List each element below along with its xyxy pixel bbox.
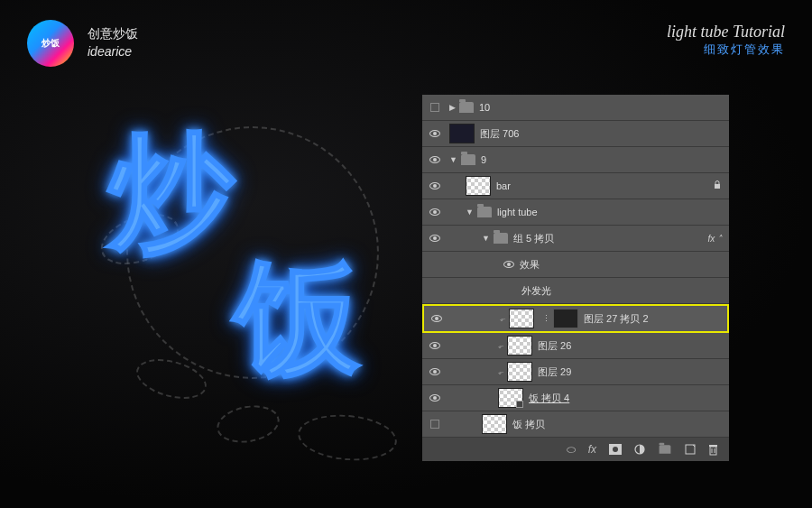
mask-icon[interactable] bbox=[609, 444, 622, 455]
layer-row-29[interactable]: ⬐ 图层 29 bbox=[422, 359, 729, 385]
effects-label[interactable]: 效果 bbox=[520, 258, 540, 272]
layer-row-27-copy2-selected[interactable]: ⬐ ⋮ 图层 27 拷贝 2 bbox=[422, 304, 729, 333]
link-layers-icon[interactable]: ⬭ bbox=[567, 443, 576, 456]
fx-indicator[interactable]: fx ˄ bbox=[707, 234, 722, 244]
clip-indicator: ⬐ bbox=[498, 368, 504, 376]
layer-thumbnail[interactable] bbox=[482, 414, 507, 434]
visibility-toggle[interactable] bbox=[426, 342, 444, 349]
eye-icon bbox=[429, 235, 440, 242]
group-icon[interactable] bbox=[658, 444, 672, 455]
folder-icon bbox=[459, 102, 474, 113]
selection-marquee bbox=[296, 411, 399, 464]
brand-cn: 创意炒饭 bbox=[88, 25, 138, 43]
folder-icon bbox=[461, 154, 475, 165]
layers-panel-footer: ⬭ fx bbox=[422, 438, 729, 461]
brand-logo: 炒饭 bbox=[27, 20, 74, 67]
layer-name[interactable]: 饭 拷贝 bbox=[512, 418, 545, 431]
svg-rect-4 bbox=[686, 445, 695, 454]
eye-icon bbox=[429, 130, 440, 137]
layer-row-outer-glow[interactable]: 外发光 bbox=[422, 278, 729, 304]
chevron-right-icon[interactable]: ▶ bbox=[449, 103, 456, 112]
layer-row-folder-lighttube[interactable]: ▼ light tube bbox=[422, 199, 729, 226]
lock-icon[interactable] bbox=[713, 180, 722, 191]
layer-thumbnail[interactable] bbox=[507, 336, 532, 356]
visibility-toggle[interactable] bbox=[428, 315, 446, 322]
layer-thumbnail[interactable] bbox=[498, 388, 523, 408]
neon-char-2: 饭 bbox=[235, 235, 361, 406]
svg-rect-0 bbox=[715, 184, 720, 189]
new-layer-icon[interactable] bbox=[685, 444, 696, 455]
layer-row-26[interactable]: ⬐ 图层 26 bbox=[422, 333, 729, 359]
layer-row-fan-copy4[interactable]: 饭 拷贝 4 bbox=[422, 385, 729, 411]
brand-text: 创意炒饭 idearice bbox=[88, 25, 138, 60]
layer-name[interactable]: 图层 706 bbox=[480, 127, 519, 141]
layer-thumbnail[interactable] bbox=[507, 362, 532, 382]
layer-row-folder-10[interactable]: ▶ 10 bbox=[422, 95, 729, 121]
smart-object-icon bbox=[516, 401, 523, 408]
layer-thumbnail[interactable] bbox=[509, 309, 534, 328]
layer-row-fan-copy[interactable]: 饭 拷贝 bbox=[422, 411, 729, 438]
eye-icon bbox=[429, 182, 440, 189]
svg-point-2 bbox=[613, 447, 618, 452]
layer-row-effects[interactable]: 效果 bbox=[422, 252, 729, 278]
trash-icon[interactable] bbox=[708, 444, 718, 456]
layer-row-folder-group5[interactable]: ▼ 组 5 拷贝 fx ˄ bbox=[422, 226, 729, 252]
layer-name[interactable]: bar bbox=[496, 180, 511, 191]
eye-icon bbox=[429, 208, 440, 216]
layer-thumbnail[interactable] bbox=[449, 124, 475, 143]
layer-name[interactable]: light tube bbox=[497, 207, 538, 217]
visibility-toggle[interactable] bbox=[426, 182, 444, 189]
visibility-toggle[interactable] bbox=[426, 368, 444, 375]
eye-icon bbox=[429, 394, 440, 402]
layer-name[interactable]: 组 5 拷贝 bbox=[513, 232, 554, 245]
adjustment-icon[interactable] bbox=[634, 444, 645, 455]
neon-char-1: 炒 bbox=[108, 108, 235, 280]
chevron-down-icon[interactable]: ▼ bbox=[449, 155, 457, 164]
eye-icon bbox=[431, 315, 442, 322]
clip-indicator: ⬐ bbox=[500, 315, 506, 323]
layer-name[interactable]: 图层 29 bbox=[538, 365, 571, 379]
selection-marquee bbox=[214, 401, 282, 448]
folder-icon bbox=[494, 233, 508, 244]
eye-icon bbox=[429, 368, 440, 375]
chevron-down-icon[interactable]: ▼ bbox=[466, 208, 474, 217]
brand-en: idearice bbox=[88, 43, 138, 61]
svg-rect-6 bbox=[709, 445, 717, 447]
layer-name[interactable]: 图层 26 bbox=[538, 339, 571, 353]
visibility-toggle[interactable] bbox=[426, 208, 444, 216]
link-mask-icon[interactable]: ⋮ bbox=[542, 314, 550, 323]
visibility-toggle[interactable] bbox=[426, 235, 444, 242]
effect-item[interactable]: 外发光 bbox=[521, 284, 551, 298]
tutorial-title: light tube Tutorial bbox=[667, 23, 785, 42]
eye-icon bbox=[429, 342, 440, 349]
eye-icon[interactable] bbox=[503, 261, 514, 268]
layer-name[interactable]: 饭 拷贝 4 bbox=[529, 392, 569, 405]
layers-panel[interactable]: ▶ 10 图层 706 ▼ 9 bar bbox=[422, 95, 729, 461]
svg-rect-5 bbox=[710, 447, 716, 455]
layer-row-bar[interactable]: bar bbox=[422, 173, 729, 199]
layer-thumbnail[interactable] bbox=[466, 176, 491, 196]
clip-indicator: ⬐ bbox=[498, 342, 504, 350]
tutorial-subtitle: 细致灯管效果 bbox=[667, 42, 785, 58]
fx-icon[interactable]: fx bbox=[588, 443, 596, 456]
layer-name[interactable]: 10 bbox=[479, 102, 490, 113]
layer-row-706[interactable]: 图层 706 bbox=[422, 121, 729, 147]
visibility-toggle[interactable] bbox=[426, 394, 444, 402]
layer-row-folder-9[interactable]: ▼ 9 bbox=[422, 147, 729, 173]
mask-thumbnail[interactable] bbox=[553, 309, 578, 328]
folder-icon bbox=[477, 207, 492, 217]
layer-name[interactable]: 9 bbox=[481, 154, 486, 165]
visibility-toggle[interactable] bbox=[426, 103, 444, 112]
layer-name[interactable]: 图层 27 拷贝 2 bbox=[584, 312, 649, 326]
visibility-toggle[interactable] bbox=[426, 130, 444, 137]
chevron-down-icon[interactable]: ▼ bbox=[482, 234, 490, 243]
eye-icon bbox=[429, 156, 440, 163]
visibility-toggle[interactable] bbox=[426, 156, 444, 163]
visibility-toggle[interactable] bbox=[426, 420, 444, 429]
neon-canvas: 炒 饭 bbox=[54, 90, 415, 451]
